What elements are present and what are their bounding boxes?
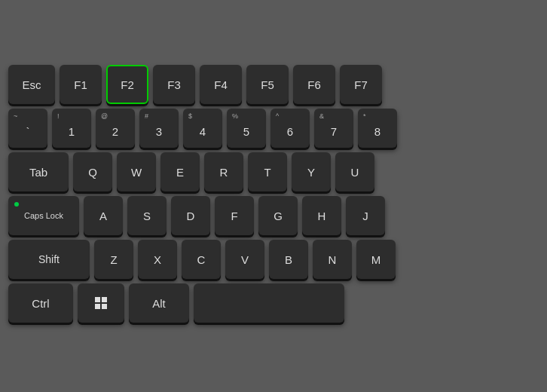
- key-x[interactable]: X: [138, 240, 177, 279]
- key-e[interactable]: E: [160, 152, 200, 191]
- capslock-indicator: [14, 202, 19, 207]
- key-f1[interactable]: F1: [60, 65, 102, 104]
- key-7[interactable]: & 7: [314, 109, 353, 148]
- key-z[interactable]: Z: [94, 240, 133, 279]
- key-h[interactable]: H: [302, 196, 341, 235]
- key-f3[interactable]: F3: [153, 65, 195, 104]
- key-4[interactable]: $ 4: [183, 109, 222, 148]
- key-g[interactable]: G: [258, 196, 298, 235]
- key-6[interactable]: ^ 6: [270, 109, 310, 148]
- key-f7[interactable]: F7: [340, 65, 382, 104]
- key-v[interactable]: V: [225, 240, 264, 279]
- key-f4[interactable]: F4: [200, 65, 242, 104]
- key-ctrl[interactable]: Ctrl: [8, 283, 73, 323]
- qwerty-row: Tab Q W E R T Y U: [0, 152, 547, 191]
- key-j[interactable]: J: [346, 196, 385, 235]
- fn-row: Esc F1 F2 F3 F4 F5 F6 F7: [0, 65, 547, 104]
- key-s[interactable]: S: [127, 196, 167, 235]
- key-shift[interactable]: Shift: [8, 240, 90, 279]
- key-8[interactable]: * 8: [358, 109, 397, 148]
- asdf-row: Caps Lock A S D F G H J: [0, 196, 547, 235]
- key-y[interactable]: Y: [292, 152, 331, 191]
- key-t[interactable]: T: [248, 152, 287, 191]
- key-m[interactable]: M: [356, 240, 396, 279]
- keyboard: Esc F1 F2 F3 F4 F5 F6 F7 ~ ` ! 1: [0, 57, 547, 335]
- key-a[interactable]: A: [84, 196, 123, 235]
- key-1[interactable]: ! 1: [52, 109, 91, 148]
- key-b[interactable]: B: [269, 240, 308, 279]
- key-capslock[interactable]: Caps Lock: [8, 196, 79, 235]
- key-q[interactable]: Q: [73, 152, 112, 191]
- bottom-row: Ctrl Alt: [0, 283, 547, 323]
- zxcv-row: Shift Z X C V B N M: [0, 240, 547, 279]
- num-row: ~ ` ! 1 @ 2 # 3 $ 4 % 5 ^ 6 & 7: [0, 109, 547, 148]
- key-c[interactable]: C: [182, 240, 221, 279]
- key-2[interactable]: @ 2: [96, 109, 135, 148]
- key-w[interactable]: W: [117, 152, 156, 191]
- key-u[interactable]: U: [335, 152, 374, 191]
- key-esc[interactable]: Esc: [8, 65, 55, 104]
- key-f5[interactable]: F5: [246, 65, 289, 104]
- key-tilde[interactable]: ~ `: [8, 109, 47, 148]
- key-5[interactable]: % 5: [227, 109, 266, 148]
- key-d[interactable]: D: [171, 196, 210, 235]
- key-f6[interactable]: F6: [293, 65, 335, 104]
- key-win[interactable]: [78, 283, 124, 323]
- key-tab[interactable]: Tab: [8, 152, 69, 191]
- key-r[interactable]: R: [204, 152, 243, 191]
- key-f2[interactable]: F2: [106, 65, 148, 104]
- key-alt[interactable]: Alt: [129, 283, 189, 323]
- windows-icon: [95, 297, 107, 309]
- key-f[interactable]: F: [215, 196, 254, 235]
- key-3[interactable]: # 3: [139, 109, 179, 148]
- key-n[interactable]: N: [313, 240, 352, 279]
- key-space[interactable]: [194, 283, 344, 323]
